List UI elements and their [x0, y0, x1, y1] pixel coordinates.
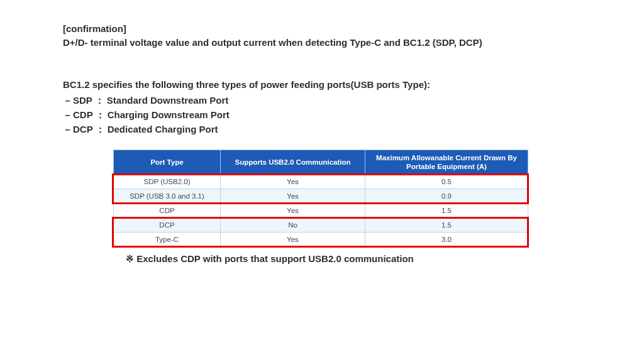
- table-cell: Yes: [221, 189, 365, 204]
- table-cell: DCP: [114, 218, 221, 233]
- list-item: －CDP：Charging Downstream Port: [63, 107, 581, 122]
- table-cell: Yes: [221, 233, 365, 247]
- title-line-1: [confirmation]: [63, 22, 581, 36]
- table-cell: SDP (USB2.0): [114, 175, 221, 189]
- table-cell: Yes: [221, 204, 365, 218]
- col-header-port-type: Port Type: [114, 150, 221, 175]
- table-cell: 1.5: [365, 204, 528, 218]
- col-header-max-current: Maximum Allowanable Current Drawn By Por…: [365, 150, 528, 175]
- table-cell: 1.5: [365, 218, 528, 233]
- table-cell: 0.9: [365, 189, 528, 204]
- table-cell: Yes: [221, 175, 365, 189]
- footnote: ※ Excludes CDP with ports that support U…: [126, 253, 581, 265]
- col-header-supports: Supports USB2.0 Communication: [221, 150, 365, 175]
- port-name: Charging Downstream Port: [108, 109, 230, 120]
- table-row: Type-CYes3.0: [114, 233, 528, 247]
- spec-intro: BC1.2 specifies the following three type…: [63, 77, 581, 92]
- port-name: Standard Downstream Port: [107, 95, 228, 106]
- title-line-2: D+/D- terminal voltage value and output …: [63, 36, 581, 50]
- table-cell: Type-C: [114, 233, 221, 247]
- table-cell: SDP (USB 3.0 and 3.1): [114, 189, 221, 204]
- list-item: －DCP：Dedicated Charging Port: [63, 122, 581, 136]
- table-row: DCPNo1.5: [114, 218, 528, 233]
- port-table: Port Type Supports USB2.0 Communication …: [113, 150, 528, 248]
- table-row: SDP (USB2.0)Yes0.5: [114, 175, 528, 189]
- title-block: [confirmation] D+/D- terminal voltage va…: [63, 22, 581, 50]
- table-cell: 0.5: [365, 175, 528, 189]
- port-abbr: DCP: [73, 124, 93, 134]
- table-cell: 3.0: [365, 233, 528, 247]
- table-row: CDPYes1.5: [114, 204, 528, 218]
- table-row: SDP (USB 3.0 and 3.1)Yes0.9: [114, 189, 528, 204]
- port-abbr: CDP: [73, 109, 93, 120]
- table-cell: CDP: [114, 204, 221, 218]
- port-abbr: SDP: [73, 95, 92, 106]
- port-type-list: －SDP：Standard Downstream Port －CDP：Charg…: [63, 93, 581, 137]
- table-cell: No: [221, 218, 365, 233]
- port-name: Dedicated Charging Port: [108, 124, 218, 134]
- list-item: －SDP：Standard Downstream Port: [63, 93, 581, 107]
